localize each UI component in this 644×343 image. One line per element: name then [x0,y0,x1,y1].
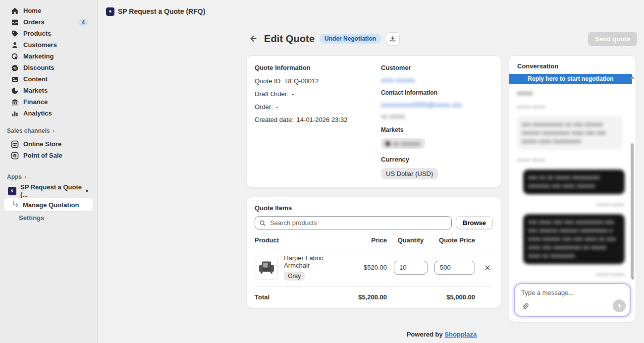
column-price: Price [356,236,387,244]
draft-order-row: Draft Order:- [255,89,381,99]
point-of-sale-icon: $ [11,152,19,160]
column-quote-price: Quote Price [434,236,475,244]
markets-heading: Markets [381,126,493,133]
apps-header[interactable]: Apps › [0,173,97,180]
sidebar-item-settings[interactable]: Settings [0,211,97,222]
scrollbar-thumb[interactable] [631,143,634,278]
total-quote-price: $5,000.00 [434,293,475,301]
bank-icon [11,98,19,106]
message-composer [514,283,631,317]
sidebar-item-marketing[interactable]: Marketing [0,51,97,62]
arrow-up-icon [616,303,623,309]
quantity-input[interactable] [394,261,428,275]
scroll-up-icon[interactable] [631,76,635,79]
sidebar-item-label: Home [23,7,92,14]
conversation-scrollbar[interactable] [630,75,635,281]
marketing-icon [11,53,19,60]
message-timestamp: xxxxx xxxxx [517,157,625,163]
chat-message: xxx xxxx xxx xxx xxxxxxxxx xxx xxx xxxxx… [523,214,625,264]
shopplaza-link[interactable]: Shopplaza [444,331,477,338]
bar-chart-icon [11,110,19,117]
status-badge: Under Negotiation [320,34,381,44]
sidebar-item-home[interactable]: Home [0,5,97,16]
quote-price-input[interactable] [434,261,475,275]
main-area: SP Request a Quote (RFQ) Edit Quote Unde… [98,0,644,343]
download-button[interactable] [386,32,400,46]
svg-text:$: $ [15,90,17,94]
conversation-heading: Conversation [509,56,636,74]
person-icon [11,41,19,49]
customer-heading: Customer [381,64,493,71]
quote-information-card: Quote Information Quote ID:RFQ-00012 Dra… [246,56,501,188]
message-timestamp: xxxxx xxxxx [517,201,625,207]
message-input[interactable] [521,289,624,296]
product-name: Harper Fabric Armchair [284,254,349,269]
sidebar-item-label: Marketing [23,53,92,60]
send-quote-button[interactable]: Send quote [588,32,637,46]
sidebar-item-products[interactable]: Products [0,28,97,39]
sidebar-item-point-of-sale[interactable]: $ Point of Sale [0,150,97,161]
manage-quotation-label: Manage Quotation [23,201,79,209]
powered-by-label: Powered by [407,331,443,338]
markets-icon: $ [11,87,19,95]
items-total-row: Total $5,200.00 $5,000.00 [255,287,493,308]
quote-information-heading: Quote Information [255,64,381,71]
product-price: $520.00 [356,264,387,271]
sidebar-item-app-rfq[interactable]: SP Request a Quote (... • [0,184,97,197]
scroll-down-icon[interactable] [631,277,635,280]
orders-icon [11,18,19,26]
sidebar-item-analytics[interactable]: Analytics [0,108,97,119]
remove-item-button[interactable] [482,262,493,273]
customer-name-link[interactable]: xxxx xxxxxx [381,76,415,84]
sales-channels-header[interactable]: Sales channels › [0,127,97,134]
search-products-input[interactable] [255,216,452,229]
quote-header: Edit Quote Under Negotiation Send quote [246,31,637,47]
created-date-row: Created date:14-01-2026 23:32 [255,115,381,124]
contact-information-heading: Contact information [381,89,493,96]
paperclip-icon [521,303,529,311]
sidebar-item-label: Markets [23,87,92,94]
sidebar-item-manage-quotation[interactable]: Manage Quotation [4,198,93,211]
sidebar-item-orders[interactable]: Orders 4 [0,16,97,28]
table-row: Harper Fabric Armchair Gray $520.00 [255,249,493,287]
sidebar-item-label: Discounts [23,64,92,71]
sidebar-item-label: Online Store [23,140,92,148]
sidebar-item-label: Analytics [23,110,92,117]
sidebar-item-customers[interactable]: Customers [0,39,97,51]
sidebar-item-label: Orders [23,18,74,26]
content-icon [11,75,19,83]
market-badge: xx xxxxxx [381,138,425,149]
message-timestamp: xxxxx xxxxx [517,271,625,277]
market-flag-icon [385,141,390,146]
discount-icon: % [11,64,19,72]
svg-text:$: $ [14,154,16,157]
order-row: Order:- [255,102,381,112]
app-dot-indicator: • [86,187,88,195]
customer-phone: xx xxxxx [381,113,493,120]
sidebar-item-markets[interactable]: $ Markets [0,85,97,96]
app-title-bar: SP Request a Quote (RFQ) [98,0,644,23]
attachment-button[interactable] [521,303,530,312]
sidebar-item-discounts[interactable]: % Discounts [0,62,97,73]
sidebar-item-label: Point of Sale [23,152,92,159]
chevron-right-icon: › [24,173,26,180]
customer-email-link[interactable]: xxxxxxxxxx0000@xxxxx.xxx [381,101,462,109]
sidebar-item-online-store[interactable]: Online Store [0,138,97,150]
browse-button[interactable]: Browse [456,216,493,229]
rfq-app-icon [106,7,114,16]
product-thumbnail [255,256,278,280]
sidebar-item-content[interactable]: Content [0,73,97,85]
total-label: Total [255,293,349,301]
conversation-messages[interactable]: xxxxx xxxxx xxxxx xxx xxxxxxxxxx xx xxx … [509,84,636,281]
back-button[interactable] [246,32,259,45]
send-message-button[interactable] [613,299,626,312]
elbow-arrow-icon [12,201,19,209]
column-quantity: Quantity [394,236,428,244]
message-timestamp: xxxxx xxxxx [517,104,625,110]
close-icon [484,264,491,271]
page-title: SP Request a Quote (RFQ) [118,7,205,15]
currency-heading: Currency [381,156,493,163]
sidebar-item-finance[interactable]: Finance [0,96,97,108]
svg-text:%: % [13,65,17,70]
variant-badge: Gray [284,272,305,281]
